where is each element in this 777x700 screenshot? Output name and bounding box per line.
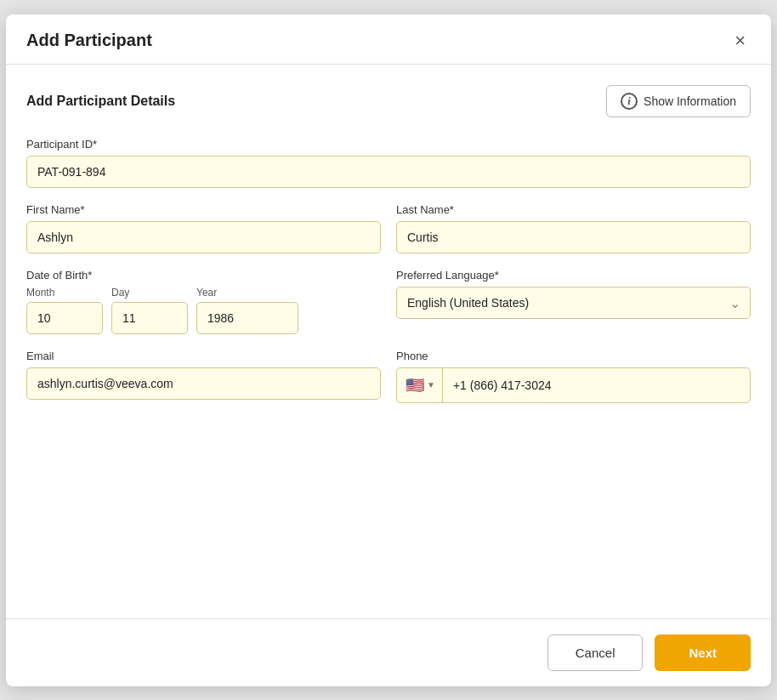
dob-year-label: Year (196, 287, 298, 299)
close-button[interactable]: × (729, 30, 751, 52)
phone-label: Phone (396, 350, 751, 362)
phone-flag-selector[interactable]: 🇺🇸 ▼ (397, 368, 443, 402)
dob-year-field: Year (196, 287, 298, 334)
email-label: Email (26, 350, 381, 362)
section-header: Add Participant Details i Show Informati… (26, 85, 751, 117)
dob-lang-row: Date of Birth* Month Day Year (26, 269, 751, 350)
dob-day-label: Day (111, 287, 188, 299)
modal-title: Add Participant (26, 31, 152, 50)
dob-year-input[interactable] (196, 302, 298, 334)
dob-day-field: Day (111, 287, 188, 334)
modal-footer: Cancel Next (6, 618, 771, 686)
flag-icon: 🇺🇸 (406, 376, 424, 395)
dob-day-input[interactable] (111, 302, 188, 334)
dob-group: Date of Birth* Month Day Year (26, 269, 381, 334)
preferred-language-label: Preferred Language* (396, 269, 751, 282)
add-participant-modal: Add Participant × Add Participant Detail… (6, 14, 771, 686)
first-name-col: First Name* (26, 203, 381, 269)
last-name-col: Last Name* (396, 203, 751, 269)
email-col: Email (26, 350, 381, 418)
first-name-label: First Name* (26, 203, 381, 216)
dob-row: Month Day Year (26, 287, 381, 334)
dob-month-field: Month (26, 287, 103, 334)
preferred-language-group: Preferred Language* English (United Stat… (396, 269, 751, 319)
dob-month-label: Month (26, 287, 103, 299)
participant-id-input[interactable] (26, 156, 751, 188)
show-information-button[interactable]: i Show Information (606, 85, 751, 117)
dob-month-input[interactable] (26, 302, 103, 334)
phone-number-input[interactable] (443, 370, 750, 401)
email-phone-row: Email Phone 🇺🇸 ▼ (26, 350, 751, 418)
participant-id-label: Participant ID* (26, 138, 751, 151)
dob-col: Date of Birth* Month Day Year (26, 269, 381, 350)
info-button-label: Show Information (644, 94, 736, 108)
info-icon: i (621, 93, 638, 110)
preferred-language-wrapper: English (United States) ⌄ (396, 287, 751, 319)
last-name-group: Last Name* (396, 203, 751, 253)
first-name-input[interactable] (26, 221, 381, 253)
phone-input-row: 🇺🇸 ▼ (396, 367, 751, 403)
modal-body: Add Participant Details i Show Informati… (6, 65, 771, 591)
last-name-input[interactable] (396, 221, 751, 253)
preferred-language-col: Preferred Language* English (United Stat… (396, 269, 751, 350)
section-title: Add Participant Details (26, 94, 175, 109)
next-button[interactable]: Next (655, 635, 751, 671)
first-name-group: First Name* (26, 203, 381, 253)
email-group: Email (26, 350, 381, 400)
dob-label: Date of Birth* (26, 269, 381, 282)
cancel-button[interactable]: Cancel (547, 635, 644, 671)
phone-col: Phone 🇺🇸 ▼ (396, 350, 751, 418)
phone-group: Phone 🇺🇸 ▼ (396, 350, 751, 403)
phone-flag-caret: ▼ (427, 380, 435, 390)
modal-header: Add Participant × (6, 14, 771, 65)
preferred-language-select[interactable]: English (United States) (396, 287, 751, 319)
last-name-label: Last Name* (396, 203, 751, 216)
participant-id-group: Participant ID* (26, 138, 751, 188)
name-row: First Name* Last Name* (26, 203, 751, 269)
email-input[interactable] (26, 367, 381, 400)
